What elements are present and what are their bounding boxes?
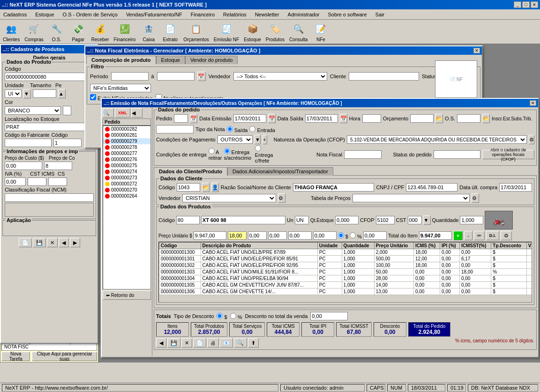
tipo-desc-pct[interactable]: % bbox=[350, 232, 362, 239]
natureza-select[interactable]: 5.102-VENDA DE MERCADORIA ADQUIRIDA OU R… bbox=[347, 135, 527, 144]
tab-cliente-produto[interactable]: Dados do Cliente/Produto bbox=[154, 167, 227, 176]
tabela-preco-btn[interactable]: ⚙ bbox=[472, 193, 479, 203]
razao-input[interactable] bbox=[293, 183, 375, 192]
prod-new-btn[interactable]: 📄 bbox=[19, 238, 32, 247]
nf-gerenciador-title[interactable]: ..:: Nota Fiscal Eletrônica - Gerenciado… bbox=[85, 46, 482, 55]
pedido-action-btn[interactable]: ◀ bbox=[131, 108, 142, 118]
prod-qt-input[interactable] bbox=[335, 216, 359, 224]
data-emissao-cal-btn[interactable]: 📅 bbox=[268, 114, 276, 123]
tipo-desc-total-pct[interactable]: % bbox=[230, 313, 242, 320]
icmsst-pct-input[interactable] bbox=[268, 231, 287, 240]
inscr-input[interactable] bbox=[156, 125, 194, 133]
maximize-btn[interactable]: □ bbox=[522, 1, 530, 8]
prod-next-btn[interactable]: ▶ bbox=[70, 238, 80, 247]
tool-orcamentos[interactable]: 📋Orçamentos bbox=[181, 21, 210, 43]
item-extra-btn[interactable]: ⚙ bbox=[501, 231, 512, 240]
total-item-input[interactable] bbox=[419, 231, 452, 240]
unidade-btn[interactable]: ▼ bbox=[23, 89, 31, 98]
emissao-nf-close[interactable]: ✕ bbox=[530, 100, 536, 106]
retorno-btn[interactable]: ⬅ Retorno do bbox=[103, 290, 151, 300]
cnpj-input[interactable] bbox=[406, 183, 458, 192]
prod-un-input[interactable] bbox=[295, 216, 309, 224]
ipi-pct-input[interactable] bbox=[248, 231, 267, 240]
desconto-input[interactable] bbox=[363, 231, 387, 240]
minimize-btn[interactable]: _ bbox=[514, 1, 521, 8]
vendedor-btn[interactable]: ⚙ bbox=[278, 193, 285, 203]
menu-newsletter[interactable]: Newsletter bbox=[254, 11, 281, 18]
di-btn[interactable]: D.I. bbox=[486, 231, 499, 240]
status-pedido-input[interactable] bbox=[434, 150, 480, 159]
list-item[interactable]: 0000000277 bbox=[103, 150, 150, 156]
desconto-total-input[interactable] bbox=[310, 312, 348, 320]
menu-sair[interactable]: Sair bbox=[374, 11, 386, 18]
tab-adicionais[interactable]: Dados Adicionais/Impostos/Transportador bbox=[227, 167, 333, 176]
tab-vendor[interactable]: Vendor do produto bbox=[185, 56, 238, 64]
list-item[interactable]: 0000000279 bbox=[103, 138, 150, 144]
menu-cadastros[interactable]: Cadastros bbox=[2, 11, 28, 18]
menu-vendas[interactable]: Vendas/Faturamento/NF bbox=[125, 11, 184, 18]
list-item[interactable]: 0000000276 bbox=[103, 156, 150, 163]
nf-btn8[interactable]: ⬆ bbox=[248, 338, 259, 348]
nova-tarefa-btn[interactable]: Nova Tarefa bbox=[1, 352, 30, 361]
pedido-input[interactable] bbox=[174, 114, 188, 123]
cond-pagamento-select[interactable]: OUTROS bbox=[218, 135, 253, 144]
prod-prev-btn[interactable]: ◀ bbox=[59, 238, 69, 247]
close-btn[interactable]: ✕ bbox=[531, 1, 538, 8]
preco-unit-input[interactable] bbox=[194, 231, 226, 240]
cond-pag-btn2[interactable]: + bbox=[262, 135, 267, 144]
prod-cst-btn[interactable]: ▼ bbox=[423, 215, 431, 225]
natureza-btn[interactable]: ⚙ bbox=[529, 135, 534, 144]
pedido-search-btn[interactable]: 🔍 bbox=[103, 108, 114, 118]
data-saida-input[interactable] bbox=[305, 114, 338, 123]
tool-nfe[interactable]: 📝NFe bbox=[310, 21, 331, 43]
tool-emissao-nf[interactable]: 🧾Emissão NF bbox=[212, 21, 241, 43]
cor-color-btn[interactable] bbox=[63, 106, 71, 115]
tool-os[interactable]: 🔧O.S. bbox=[46, 21, 67, 43]
preco-co-input[interactable] bbox=[44, 162, 72, 170]
gerenciar-tarefas-btn[interactable]: Clique Aqui para gerenciar suas bbox=[32, 352, 97, 361]
table-row[interactable]: 0000000001303CABO ACEL FIAT UNO/MILE 91/… bbox=[159, 269, 532, 275]
tool-consulta[interactable]: 🔍Consulta bbox=[287, 21, 309, 43]
tab-estoque[interactable]: Estoque bbox=[156, 56, 185, 64]
fabricante-cod-input[interactable] bbox=[53, 139, 82, 147]
menu-financeiro[interactable]: Financeiro bbox=[189, 11, 216, 18]
localizacao-input[interactable] bbox=[5, 123, 94, 131]
list-item[interactable]: 0000000282 bbox=[103, 126, 150, 132]
menu-estoque[interactable]: Estoque bbox=[34, 11, 55, 18]
tipo-desc-total-dollar[interactable]: $ bbox=[217, 313, 227, 320]
table-row[interactable]: 0000000001302CABO ACEL FIAT UNO/ELE/PRE/… bbox=[159, 262, 532, 269]
cadastro-produtos-title[interactable]: ..:: Cadastro de Produtos ✕ bbox=[1, 45, 98, 53]
entrega-sacrescimo-radio[interactable]: Entrega s/acréscimo bbox=[224, 148, 253, 161]
tamanho-input[interactable] bbox=[33, 89, 56, 98]
list-item[interactable]: 0000000274 bbox=[103, 169, 150, 175]
tool-extrato[interactable]: 📄Extrato bbox=[160, 21, 180, 43]
nf-gerenciador-close[interactable]: ✕ bbox=[473, 48, 480, 53]
nf-btn4[interactable]: 📄 bbox=[193, 338, 206, 348]
fabricante-input[interactable] bbox=[5, 139, 52, 147]
icmsst-ret-input[interactable] bbox=[313, 231, 337, 240]
menu-os[interactable]: O.S - Ordem de Serviço bbox=[61, 11, 119, 18]
entrega-cfrete-radio[interactable]: Entrega c/frete bbox=[255, 145, 277, 163]
codigo-produto-input[interactable] bbox=[5, 73, 94, 81]
data-emissao-input[interactable] bbox=[233, 114, 266, 123]
periodo-end-input[interactable] bbox=[157, 72, 195, 81]
cor-select[interactable]: BRANCO bbox=[5, 106, 61, 115]
tool-compras[interactable]: 🛒Compras bbox=[22, 21, 45, 43]
list-item[interactable]: 0000000272 bbox=[103, 181, 150, 187]
tool-pagar[interactable]: 💸Pagar bbox=[68, 21, 89, 43]
list-item[interactable]: 0000000264 bbox=[103, 193, 150, 199]
hora-input[interactable] bbox=[362, 114, 381, 123]
tool-financeiro[interactable]: 💹Financeiro bbox=[112, 21, 138, 43]
menu-sobre[interactable]: Sobre o software bbox=[326, 11, 368, 18]
prod-cancel-btn[interactable]: ✕ bbox=[47, 238, 58, 247]
tool-clientes[interactable]: 👥Clientes bbox=[1, 21, 22, 43]
cond-pag-btn1[interactable]: ▼ bbox=[255, 135, 261, 144]
menu-administrador[interactable]: Administrador bbox=[286, 11, 321, 18]
tool-receber[interactable]: 💰Receber bbox=[90, 21, 111, 43]
nf-save-btn[interactable]: 💾 bbox=[167, 338, 180, 348]
pedido-cal-btn[interactable]: 📅 bbox=[190, 114, 197, 123]
orcamento-input[interactable] bbox=[410, 114, 434, 123]
tipo-desc-dollar[interactable]: $ bbox=[338, 232, 348, 239]
status-select[interactable]: NFe's Emitidas bbox=[90, 84, 151, 92]
table-row[interactable]: 0000000001306CABO ACEL GM CHEVETTE 14/..… bbox=[159, 288, 532, 295]
